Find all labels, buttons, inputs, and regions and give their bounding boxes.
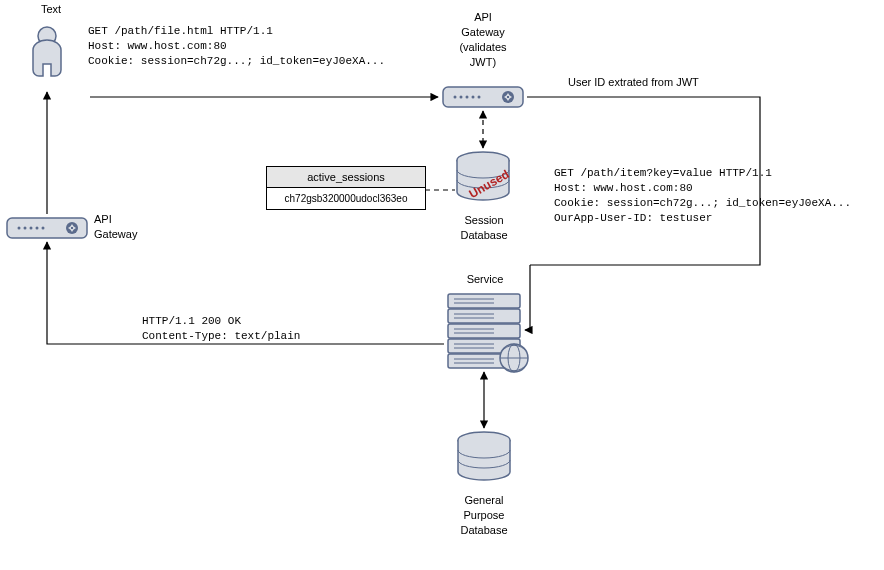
http-response: HTTP/1.1 200 OK Content-Type: text/plain [142, 314, 300, 344]
session-database-label: Session Database [452, 213, 516, 243]
service-label: Service [460, 272, 510, 287]
user-label: Text [36, 2, 66, 17]
jwt-extract-label: User ID extrated from JWT [568, 75, 768, 90]
active-sessions-row: ch72gsb320000udocl363eo [267, 188, 425, 209]
http-request-2: GET /path/item?key=value HTTP/1.1 Host: … [554, 166, 851, 225]
user-icon [33, 27, 61, 76]
active-sessions-header: active_sessions [267, 167, 425, 188]
api-gateway-left-icon [7, 218, 87, 238]
arrow-into-service [525, 265, 530, 330]
api-gateway-top-label: API Gateway (validates JWT) [438, 10, 528, 69]
api-gateway-left-label: API Gateway [94, 212, 154, 242]
service-server-icon [448, 294, 528, 372]
api-gateway-top-icon [443, 87, 523, 107]
http-request-1: GET /path/file.html HTTP/1.1 Host: www.h… [88, 24, 385, 69]
active-sessions-table: active_sessions ch72gsb320000udocl363eo [266, 166, 426, 210]
general-database-icon [458, 432, 510, 480]
general-database-label: General Purpose Database [452, 493, 516, 538]
